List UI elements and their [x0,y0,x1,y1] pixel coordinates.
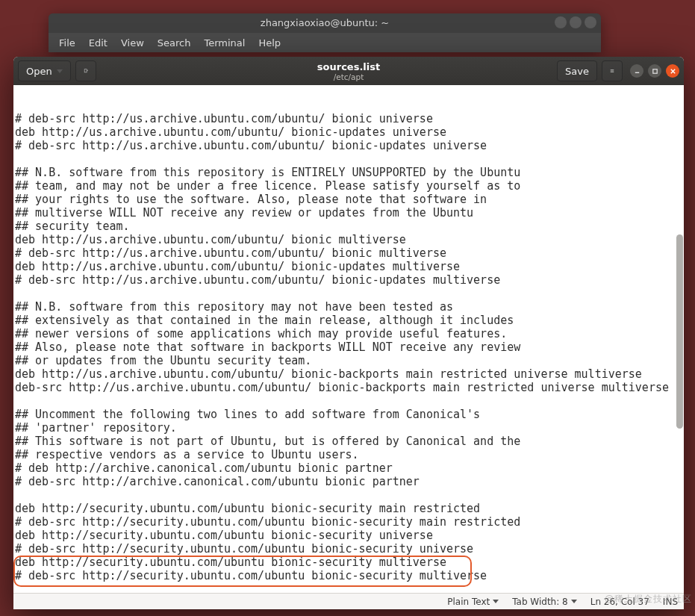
terminal-menu-help[interactable]: Help [252,36,287,50]
editor-line[interactable]: ## 'partner' repository. [15,421,682,435]
terminal-close-button[interactable] [585,16,596,28]
editor-line[interactable]: deb http://us.archive.ubuntu.com/ubuntu/… [15,125,682,139]
scrollbar[interactable] [676,85,683,593]
editor-line[interactable]: deb http://security.ubuntu.com/ubuntu bi… [15,556,682,569]
open-button[interactable]: Open [18,60,71,81]
hamburger-icon [610,69,614,73]
editor-line[interactable]: ## Also, please note that software in ba… [15,340,682,354]
editor-line[interactable]: ## respective vendors as a service to Ub… [15,448,682,461]
new-document-icon [84,69,88,73]
save-button[interactable]: Save [557,60,597,81]
editor-line[interactable]: # deb-src http://security.ubuntu.com/ubu… [15,542,682,556]
terminal-menu-search[interactable]: Search [152,36,197,50]
editor-line[interactable]: deb http://us.archive.ubuntu.com/ubuntu/… [15,260,682,273]
editor-line[interactable]: # deb-src http://us.archive.ubuntu.com/u… [15,273,682,287]
terminal-menu-terminal[interactable]: Terminal [198,36,251,50]
terminal-menubar: File Edit View Search Terminal Help [49,33,601,52]
svg-rect-1 [652,69,656,72]
editor-line[interactable]: ## N.B. software from this repository is… [15,166,682,179]
editor-line[interactable]: # deb-src http://us.archive.ubuntu.com/u… [15,139,682,152]
editor-line[interactable]: deb http://us.archive.ubuntu.com/ubuntu/… [15,367,682,381]
close-icon [670,68,676,75]
maximize-icon [652,68,658,75]
chevron-down-icon [571,600,577,603]
editor-line[interactable]: ## your rights to use the software. Also… [15,193,682,206]
editor-line[interactable] [15,152,682,166]
terminal-title: zhangxiaoxiao@ubuntu: ~ [261,17,389,28]
gedit-headerbar[interactable]: Open sources.list /etc/apt Save [13,57,684,85]
statusbar: Plain Text Tab Width: 8 Ln 26, Col 37 IN… [13,593,684,609]
gedit-window: Open sources.list /etc/apt Save [13,57,684,609]
editor-line[interactable] [15,287,682,300]
editor-line[interactable]: ## newer versions of some applications w… [15,327,682,340]
editor-line[interactable]: ## This software is not part of Ubuntu, … [15,435,682,448]
terminal-menu-edit[interactable]: Edit [83,36,113,50]
editor-line[interactable]: deb http://security.ubuntu.com/ubuntu bi… [15,529,682,542]
chevron-down-icon [57,69,63,73]
close-button[interactable] [666,64,679,78]
svg-rect-0 [84,69,87,72]
editor-line[interactable]: deb-src http://us.archive.ubuntu.com/ubu… [15,381,682,394]
editor-line[interactable]: deb http://us.archive.ubuntu.com/ubuntu/… [15,233,682,246]
hamburger-menu-button[interactable] [602,60,623,81]
syntax-mode-selector[interactable]: Plain Text [447,597,499,607]
save-button-label: Save [565,66,589,77]
minimize-button[interactable] [630,64,643,78]
editor-line[interactable]: # deb http://archive.canonical.com/ubunt… [15,461,682,475]
terminal-titlebar[interactable]: zhangxiaoxiao@ubuntu: ~ [49,13,601,33]
tab-width-label: Tab Width: 8 [512,597,567,607]
editor-line[interactable]: ## security team. [15,220,682,233]
editor-line[interactable]: ## N.B. software from this repository ma… [15,300,682,314]
tab-width-selector[interactable]: Tab Width: 8 [512,597,576,607]
maximize-button[interactable] [648,64,661,78]
terminal-menu-file[interactable]: File [53,36,81,50]
editor-line[interactable]: deb http://security.ubuntu.com/ubuntu bi… [15,502,682,515]
editor-line[interactable]: # deb-src http://us.archive.ubuntu.com/u… [15,246,682,260]
syntax-mode-label: Plain Text [447,597,490,607]
editor-line[interactable] [15,394,682,408]
editor-line[interactable]: # deb-src http://archive.canonical.com/u… [15,475,682,488]
editor-line[interactable] [15,488,682,502]
open-button-label: Open [26,66,52,77]
minimize-icon [634,68,641,75]
editor-line[interactable]: ## or updates from the Ubuntu security t… [15,354,682,367]
chevron-down-icon [493,600,499,603]
watermark: @稀土掘金技术社区 [605,593,692,606]
editor-line[interactable]: # deb-src http://us.archive.ubuntu.com/u… [15,112,682,125]
editor-line[interactable]: ## Uncomment the following two lines to … [15,408,682,421]
editor-line[interactable]: # deb-src http://security.ubuntu.com/ubu… [15,515,682,529]
terminal-window: zhangxiaoxiao@ubuntu: ~ File Edit View S… [49,13,601,52]
editor-line[interactable]: ## team, and may not be under a free lic… [15,179,682,193]
new-tab-button[interactable] [75,60,96,81]
terminal-maximize-button[interactable] [570,16,582,28]
editor-area[interactable]: # deb-src http://us.archive.ubuntu.com/u… [13,85,684,593]
terminal-menu-view[interactable]: View [115,36,150,50]
editor-line[interactable]: ## multiverse WILL NOT receive any revie… [15,206,682,220]
editor-line[interactable]: # deb-src http://security.ubuntu.com/ubu… [15,569,682,582]
gedit-window-controls [630,64,679,78]
editor-line[interactable]: ## extensively as that contained in the … [15,314,682,327]
editor-line[interactable] [15,582,682,593]
scrollbar-thumb[interactable] [676,234,683,429]
terminal-minimize-button[interactable] [555,16,567,28]
terminal-window-controls [555,16,596,28]
